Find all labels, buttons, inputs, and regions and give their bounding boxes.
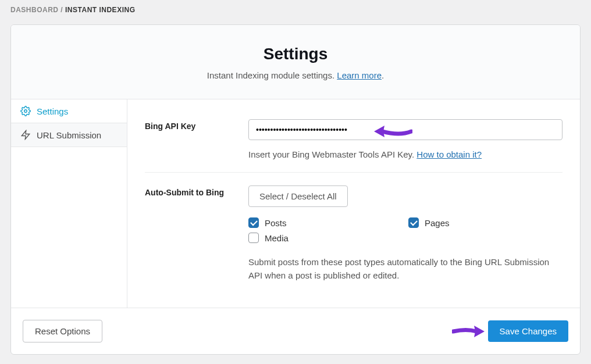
checkbox-icon [408,217,419,228]
select-deselect-all-button[interactable]: Select / Deselect All [248,185,348,207]
bing-api-key-input[interactable] [248,119,562,140]
panel-body: Settings URL Submission Bing API Key I [11,99,580,308]
post-types-grid: Posts Pages Media [248,217,557,243]
page-subtitle: Instant Indexing module settings. Learn … [23,70,568,80]
content-area: Bing API Key Insert your Bing Webmaster … [127,99,580,308]
auto-submit-label: Auto-Submit to Bing [145,185,248,282]
breadcrumb: DASHBOARD / INSTANT INDEXING [10,6,581,14]
save-changes-button[interactable]: Save Changes [488,320,568,342]
panel-header: Settings Instant Indexing module setting… [11,25,580,99]
checkbox-pages[interactable]: Pages [408,217,557,228]
api-key-help: Insert your Bing Webmaster Tools API Key… [248,149,562,159]
settings-panel: Settings Instant Indexing module setting… [10,24,581,355]
breadcrumb-root[interactable]: DASHBOARD [10,6,59,14]
checkbox-icon [248,217,259,228]
bolt-icon [20,130,31,140]
breadcrumb-current: INSTANT INDEXING [65,6,135,14]
checkbox-posts[interactable]: Posts [248,217,397,228]
page-title: Settings [23,45,568,63]
svg-point-0 [24,110,27,113]
tabs-sidebar: Settings URL Submission [11,99,127,308]
tab-label: URL Submission [37,130,101,140]
learn-more-link[interactable]: Learn more [337,70,382,80]
field-auto-submit: Auto-Submit to Bing Select / Deselect Al… [145,173,562,295]
annotation-arrow-icon [452,322,487,341]
auto-submit-description: Submit posts from these post types autom… [248,256,562,282]
tab-label: Settings [37,106,68,116]
api-key-label: Bing API Key [145,119,248,159]
checkbox-media[interactable]: Media [248,233,397,243]
field-bing-api-key: Bing API Key Insert your Bing Webmaster … [145,112,562,173]
reset-options-button[interactable]: Reset Options [23,320,102,342]
how-to-obtain-link[interactable]: How to obtain it? [416,149,482,159]
checkbox-icon [248,233,259,243]
gear-icon [20,106,31,116]
svg-marker-1 [22,131,30,140]
tab-url-submission[interactable]: URL Submission [11,123,127,147]
panel-footer: Reset Options Save Changes [11,308,580,354]
tab-settings[interactable]: Settings [11,99,127,123]
